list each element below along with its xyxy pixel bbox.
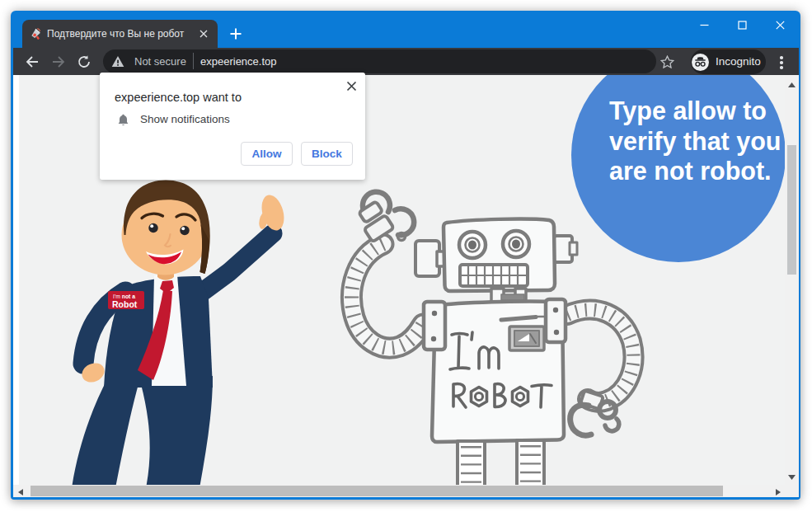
svg-text:Robot: Robot xyxy=(112,299,138,309)
